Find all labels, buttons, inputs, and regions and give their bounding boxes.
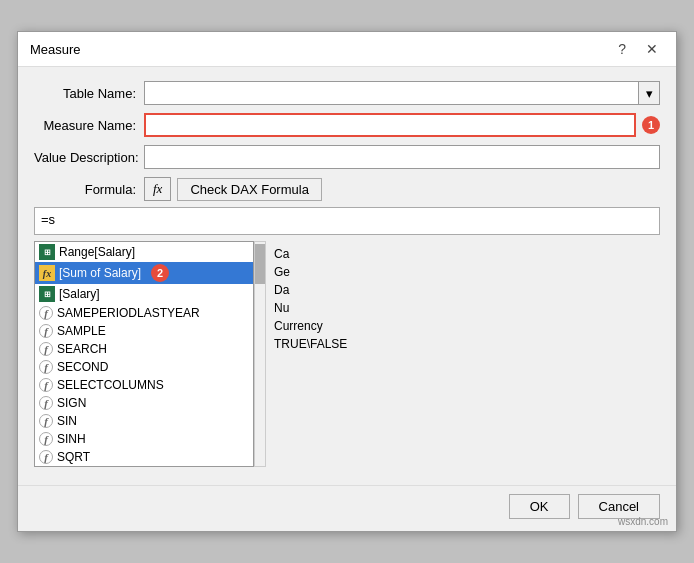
help-button[interactable]: ? (612, 40, 632, 58)
autocomplete-item-label: SIN (57, 414, 77, 428)
formula-label: Formula: (34, 182, 144, 197)
measure-dialog: Measure ? ✕ Table Name: Range ▾ Measure … (17, 31, 677, 532)
category-currency[interactable]: Currency (274, 317, 652, 335)
autocomplete-item[interactable]: fSIN (35, 412, 253, 430)
main-area: ⊞Range[Salary]fx[Sum of Salary]2⊞[Salary… (34, 241, 660, 467)
autocomplete-item-label: SAMPLE (57, 324, 106, 338)
footer: OK Cancel (18, 485, 676, 531)
table-name-row: Table Name: Range ▾ (34, 81, 660, 105)
autocomplete-item-label: SECOND (57, 360, 108, 374)
scrollbar-thumb (255, 244, 265, 284)
table-name-label-text: Table Name: (63, 86, 136, 101)
autocomplete-item-label: [Sum of Salary] (59, 266, 141, 280)
measure-name-input-wrapper: Bonus 1 (144, 113, 660, 137)
measure-name-row: Measure Name: Bonus 1 (34, 113, 660, 137)
measure-name-input[interactable]: Bonus (144, 113, 636, 137)
autocomplete-item-label: [Salary] (59, 287, 100, 301)
autocomplete-item[interactable]: ⊞[Salary] (35, 284, 253, 304)
formula-label-text: Formula: (85, 182, 136, 197)
category-ge[interactable]: Ge (274, 263, 652, 281)
autocomplete-item-label: SIGN (57, 396, 86, 410)
table-name-dropdown-wrapper: Range ▾ (144, 81, 660, 105)
autocomplete-item-label: Range[Salary] (59, 245, 135, 259)
close-button[interactable]: ✕ (640, 40, 664, 58)
category-nu[interactable]: Nu (274, 299, 652, 317)
formula-row: Formula: fx Check DAX Formula (34, 177, 660, 201)
fx-button[interactable]: fx (144, 177, 171, 201)
autocomplete-item[interactable]: fx[Sum of Salary]2 (35, 262, 253, 284)
category-da[interactable]: Da (274, 281, 652, 299)
category-trueFalse[interactable]: TRUE\FALSE (274, 335, 652, 353)
badge-1: 1 (642, 116, 660, 134)
category-panel: Ca Ge Da Nu Currency TRUE\FALSE (266, 241, 660, 467)
check-dax-button[interactable]: Check DAX Formula (177, 178, 321, 201)
autocomplete-item[interactable]: fSAMEPERIODLASTYEAR (35, 304, 253, 322)
category-ca[interactable]: Ca (274, 245, 652, 263)
formula-text: =s (41, 212, 55, 227)
ok-button[interactable]: OK (509, 494, 570, 519)
autocomplete-item[interactable]: fSQRT (35, 448, 253, 466)
measure-name-label-text: Measure Name: (44, 118, 136, 133)
autocomplete-item-label: SEARCH (57, 342, 107, 356)
watermark: wsxdn.com (618, 516, 668, 527)
value-desc-label: Value Description: (34, 150, 144, 165)
dialog-title: Measure (30, 42, 81, 57)
autocomplete-item[interactable]: fSAMPLE (35, 322, 253, 340)
autocomplete-list[interactable]: ⊞Range[Salary]fx[Sum of Salary]2⊞[Salary… (34, 241, 254, 467)
title-bar: Measure ? ✕ (18, 32, 676, 67)
value-desc-input[interactable] (144, 145, 660, 169)
autocomplete-item[interactable]: ⊞Range[Salary] (35, 242, 253, 262)
table-name-label: Table Name: (34, 86, 144, 101)
autocomplete-item[interactable]: fSECOND (35, 358, 253, 376)
badge-2: 2 (151, 264, 169, 282)
autocomplete-item[interactable]: fSINH (35, 430, 253, 448)
autocomplete-item-label: SELECTCOLUMNS (57, 378, 164, 392)
autocomplete-item-label: SINH (57, 432, 86, 446)
autocomplete-item[interactable]: fSEARCH (35, 340, 253, 358)
title-bar-buttons: ? ✕ (612, 40, 664, 58)
autocomplete-item-label: SAMEPERIODLASTYEAR (57, 306, 200, 320)
measure-name-label: Measure Name: (34, 118, 144, 133)
value-desc-label-text: Value Description: (34, 150, 139, 165)
autocomplete-item[interactable]: fSELECTCOLUMNS (35, 376, 253, 394)
dialog-content: Table Name: Range ▾ Measure Name: Bonus … (18, 67, 676, 485)
table-name-input[interactable]: Range (144, 81, 660, 105)
value-description-row: Value Description: (34, 145, 660, 169)
autocomplete-item[interactable]: fSIGN (35, 394, 253, 412)
autocomplete-scrollbar[interactable] (254, 241, 266, 467)
formula-area[interactable]: =s (34, 207, 660, 235)
autocomplete-item-label: SQRT (57, 450, 90, 464)
